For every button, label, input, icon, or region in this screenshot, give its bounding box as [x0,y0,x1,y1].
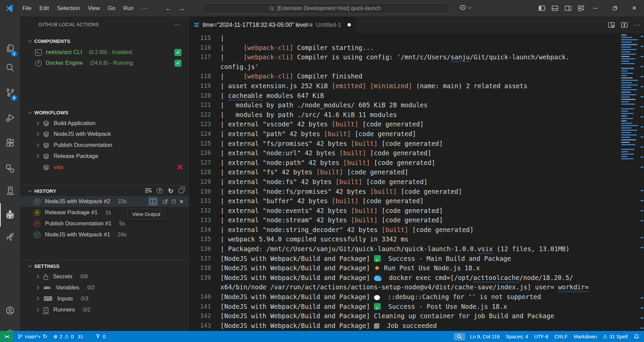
line-number: 132 [189,206,211,216]
menu-file[interactable]: File [18,3,36,13]
minimap[interactable] [621,33,640,331]
unsaved-dot-icon[interactable] [347,23,351,26]
minimap-bar [621,87,631,88]
menu-edit[interactable]: Edit [36,3,53,13]
cursor-position-status[interactable]: Ln 9, Col 116 [467,331,503,342]
components-section-header[interactable]: COMPONENTS [20,36,189,46]
minimap-bar [621,113,634,114]
close-window-icon[interactable]: ✕ [625,0,644,16]
stop-icon[interactable]: □ [172,198,175,205]
overview-ruler[interactable] [640,33,644,331]
spell-checker-status[interactable]: ⚠ 31 Spell [600,331,631,342]
source-control-icon[interactable]: 9 [0,83,20,102]
copilot-menu[interactable] [459,3,471,11]
remote-indicator[interactable]: >< [0,331,13,342]
settings-section-header[interactable]: SETTINGS [20,261,189,271]
sidebar-more-actions-icon[interactable]: ··· [174,21,181,28]
code-line: 118| [webpack-cli] Compiler finished [189,71,644,81]
navigate-forward-icon[interactable]: → [178,4,185,12]
minimap-bar [621,89,637,90]
keyboard-icon: ⌨ [44,296,52,302]
minimize-icon[interactable]: ─ [586,0,605,16]
split-editor-icon[interactable] [621,21,628,29]
remove-workflow-icon[interactable]: ✕ [177,163,183,172]
toggle-secondary-sidebar-icon[interactable] [564,4,573,13]
workflow-item-build-application[interactable]: Build Application [20,118,189,129]
workflow-item-vsix[interactable]: vsix ✕ [20,162,189,173]
toggle-primary-sidebar-icon[interactable] [537,4,546,13]
remote-explorer-icon[interactable] [0,159,20,178]
minimap-bar [621,61,629,62]
extensions-icon[interactable] [0,133,20,153]
run-debug-icon[interactable] [0,108,20,127]
code-line: 129| external "node:fs" 42 bytes [built]… [189,177,644,187]
refresh-icon[interactable]: ↻ [168,187,173,195]
history-item-nodejs-webpack-1[interactable]: ✓ NodeJS with Webpack #1 24s [20,229,189,240]
workflow-item-release-package[interactable]: Release Package [20,151,189,162]
ruler-tick [641,36,643,37]
menu-overflow[interactable]: ··· [138,3,152,14]
minimap-bar [621,142,630,143]
line-number: 140 [189,292,211,302]
menu-run[interactable]: Run [119,3,137,13]
line-number: 131 [189,196,211,206]
clear-history-icon[interactable] [145,188,151,193]
speech-icon [374,295,380,300]
collapse-all-icon[interactable] [179,188,183,193]
workflows-section-header[interactable]: WORKFLOWS [20,107,189,118]
branch-status[interactable]: main*+ ↻ [15,331,50,342]
rocket-icon[interactable] [0,227,20,247]
ruler-tick [641,86,643,87]
settings-item-variables[interactable]: abc Variables 0/2 [20,282,189,293]
minimap-bar [621,118,633,119]
navigate-back-icon[interactable]: ← [165,4,172,12]
minimap-bar [621,80,638,81]
tab-untitled-1[interactable]: time="2024-11-17T18:32:43-05:00" level=i… [189,16,356,33]
screencast-zoom-indicator[interactable] [454,333,465,340]
menu-selection[interactable]: Selection [53,3,84,13]
encoding-status[interactable]: UTF-8 [531,331,551,342]
toggle-panel-icon[interactable] [550,4,559,13]
view-output-icon[interactable] [148,197,158,206]
workflow-item-publish-documentation[interactable]: Publish Documentation [20,140,189,151]
accounts-icon[interactable] [0,301,20,320]
ports-status[interactable]: 0 [92,331,108,342]
restore-window-icon[interactable] [605,0,625,16]
component-item-docker[interactable]: Docker Engine (24.0.6) - Running ✓ [20,58,189,68]
notifications-bell-icon[interactable] [631,331,644,342]
help-icon[interactable]: ? [157,188,163,194]
search-placeholder: [Extension Development Host] quick-launc… [277,5,381,11]
command-center-search[interactable]: [Extension Development Host] quick-launc… [202,3,448,14]
indentation-status[interactable]: Spaces: 4 [503,331,531,342]
eol-status[interactable]: CRLF [551,331,571,342]
customize-layout-icon[interactable] [577,4,586,13]
rerun-icon[interactable]: ↺ [162,198,168,205]
problems-status[interactable]: ⊗ 2 ⚠ 0 31 [50,331,86,342]
editor-more-actions-icon[interactable]: ··· [634,21,641,28]
menu-go[interactable]: Go [104,3,119,13]
runner-device-icon[interactable] [0,181,20,201]
errors-icon: ⊗ [53,334,58,340]
search-view-icon[interactable] [0,58,20,77]
language-mode-status[interactable]: Markdown [571,331,600,342]
workflow-item-nodejs-webpack[interactable]: NodeJS with Webpack [20,129,189,139]
github-local-actions-icon[interactable] [0,205,20,225]
code-lines[interactable]: 115|116| [webpack-cli] Compiler starting… [189,33,644,331]
component-item-act-cli[interactable]: nektos/act CLI (0.2.69) - Installed ✓ [20,47,189,58]
history-section-header[interactable]: HISTORY ? ↻ [20,185,189,196]
settings-item-secrets[interactable]: Secrets 0/6 [20,271,189,282]
dismiss-icon[interactable]: × [179,198,183,206]
menu-view[interactable]: View [84,3,104,13]
warnings-icon: ⚠ [64,334,69,340]
minimap-bar [621,120,627,121]
history-item-nodejs-webpack-2[interactable]: ✓ NodeJS with Webpack #2 23s ↺ □ × [20,196,189,207]
settings-item-runners[interactable]: Runners 0/2 [20,304,189,315]
code-line: 133| external "node:stream" 42 bytes [bu… [189,215,644,225]
settings-item-inputs[interactable]: ⌨ Inputs 0/3 [20,293,189,304]
explorer-icon[interactable]: 1 [0,39,20,58]
open-preview-icon[interactable] [607,21,615,29]
ruler-tick [641,56,643,57]
check-icon [374,303,381,310]
chevron-right-icon [35,121,39,125]
code-line: 126| external "node:url" 42 bytes [built… [189,148,644,158]
